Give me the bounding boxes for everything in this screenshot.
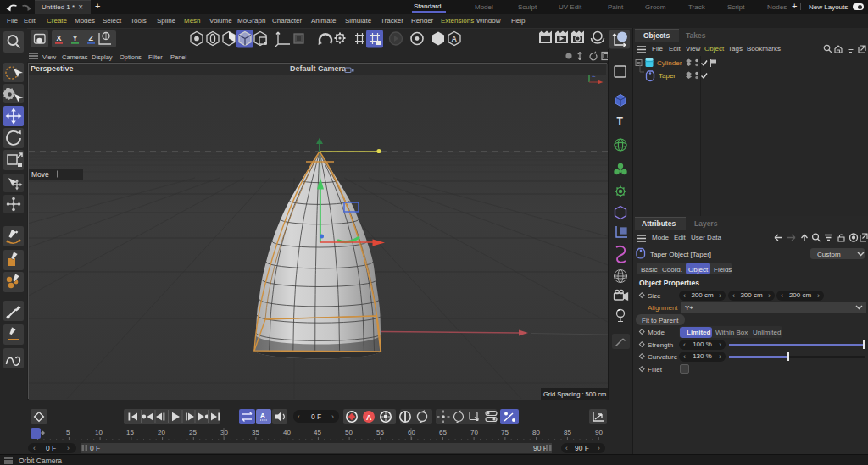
svg-text:‹: ‹	[565, 444, 568, 452]
svg-text:T: T	[617, 115, 624, 127]
svg-text:50: 50	[345, 429, 353, 436]
svg-text:‹: ‹	[298, 412, 300, 421]
svg-text:5: 5	[66, 429, 70, 436]
svg-text:30: 30	[220, 429, 228, 436]
svg-text:Cylinder: Cylinder	[657, 59, 682, 67]
svg-text:85: 85	[564, 429, 571, 436]
svg-text:20: 20	[158, 429, 165, 436]
svg-text:Grid Spacing : 500 cm: Grid Spacing : 500 cm	[543, 390, 606, 398]
svg-text:Y: Y	[73, 34, 78, 42]
svg-text:0 F: 0 F	[311, 412, 321, 421]
svg-text:90: 90	[595, 429, 603, 436]
svg-text:90 F: 90 F	[575, 444, 589, 452]
svg-text:X: X	[57, 34, 62, 42]
svg-text:›: ›	[67, 444, 70, 452]
svg-text:15: 15	[126, 429, 134, 436]
svg-text:75: 75	[501, 429, 509, 436]
svg-text:80: 80	[532, 429, 540, 436]
svg-text:45: 45	[314, 429, 321, 436]
svg-text:A: A	[366, 413, 372, 422]
svg-text:Move: Move	[31, 170, 49, 179]
svg-text:Z: Z	[89, 34, 94, 42]
svg-text:›: ›	[331, 412, 334, 421]
svg-text:A: A	[452, 35, 458, 43]
svg-text:A: A	[260, 412, 265, 419]
svg-text:35: 35	[252, 429, 259, 436]
svg-text:10: 10	[95, 429, 103, 436]
svg-text:90 F: 90 F	[533, 444, 548, 452]
svg-text:25: 25	[189, 429, 197, 436]
svg-text:0 F: 0 F	[46, 444, 56, 452]
svg-text:40: 40	[283, 429, 291, 436]
svg-text:60: 60	[408, 429, 415, 436]
svg-text:70: 70	[470, 429, 478, 436]
svg-text:›: ›	[598, 444, 600, 452]
svg-text:0 F: 0 F	[90, 444, 100, 452]
svg-text:55: 55	[376, 429, 384, 436]
svg-text:65: 65	[439, 429, 447, 436]
svg-text:Taper: Taper	[659, 72, 676, 80]
svg-text:‹: ‹	[33, 444, 36, 452]
